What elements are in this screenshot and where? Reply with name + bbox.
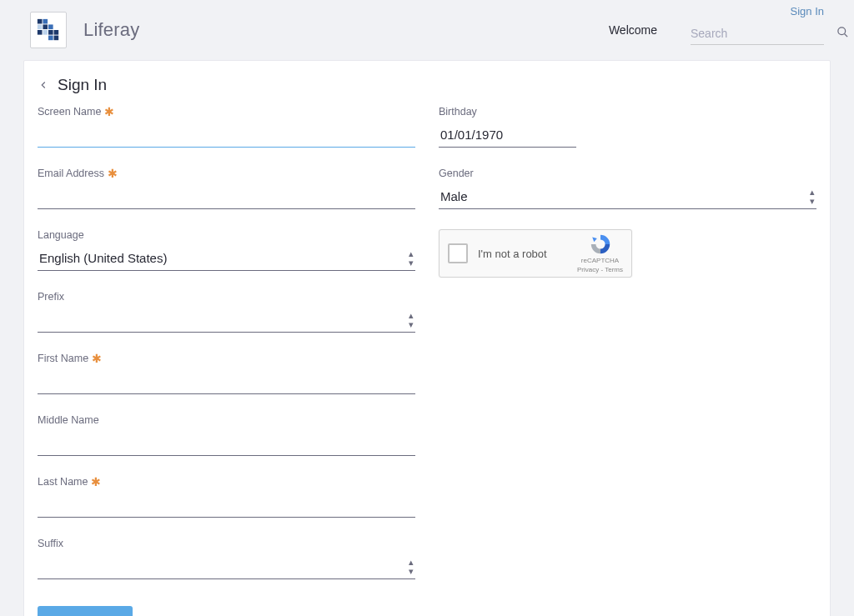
signin-card: Sign In Screen Name ✱ Email Address ✱ La…: [23, 60, 831, 616]
first-name-label: First Name ✱: [38, 353, 415, 364]
suffix-select[interactable]: [38, 554, 415, 579]
email-input[interactable]: [38, 184, 415, 209]
header-right: Welcome: [609, 16, 824, 45]
recaptcha-terms[interactable]: Privacy - Terms: [577, 266, 623, 274]
email-label: Email Address ✱: [38, 168, 415, 179]
svg-rect-0: [38, 19, 43, 24]
recaptcha-box: I'm not a robot reCAPTCHA Privacy - Term…: [439, 229, 632, 278]
search-icon[interactable]: [836, 26, 849, 41]
recaptcha-icon: [589, 233, 612, 256]
first-name-input[interactable]: [38, 369, 415, 394]
middle-name-group: Middle Name: [38, 414, 415, 456]
screen-name-input[interactable]: [38, 123, 415, 148]
save-button[interactable]: Save: [38, 606, 133, 616]
svg-marker-16: [592, 238, 597, 243]
svg-rect-7: [54, 30, 59, 35]
svg-rect-1: [43, 19, 48, 24]
label-text: Email Address: [38, 168, 104, 179]
birthday-group: Birthday: [439, 106, 576, 148]
search-container: [691, 26, 824, 45]
nav-welcome[interactable]: Welcome: [609, 23, 657, 37]
card-header: Sign In: [31, 76, 823, 94]
recaptcha-brand-label: reCAPTCHA: [581, 257, 619, 265]
birthday-input[interactable]: [439, 123, 576, 148]
required-star-icon: ✱: [91, 476, 101, 488]
required-star-icon: ✱: [108, 168, 118, 179]
suffix-group: Suffix ▴▾: [38, 538, 415, 579]
svg-rect-3: [43, 24, 48, 29]
gender-select[interactable]: [439, 184, 816, 209]
card-title: Sign In: [58, 76, 107, 94]
label-text: Screen Name: [38, 106, 101, 118]
top-signin-link[interactable]: Sign In: [791, 5, 824, 18]
screen-name-label: Screen Name ✱: [38, 106, 415, 118]
right-column: Birthday Gender ▴▾ I'm not a robot: [439, 106, 816, 616]
first-name-group: First Name ✱: [38, 353, 415, 394]
svg-rect-4: [48, 24, 53, 29]
brand-logo[interactable]: [30, 12, 67, 48]
screen-name-group: Screen Name ✱: [38, 106, 415, 148]
svg-line-12: [845, 33, 847, 36]
language-select[interactable]: [38, 246, 415, 271]
required-star-icon: ✱: [92, 353, 102, 364]
page-header: Sign In Liferay Welcome: [0, 0, 854, 60]
svg-rect-9: [54, 36, 59, 41]
suffix-label: Suffix: [38, 538, 415, 549]
svg-rect-6: [48, 30, 53, 35]
svg-rect-8: [48, 36, 53, 41]
birthday-label: Birthday: [439, 106, 576, 118]
label-text: Last Name: [38, 476, 88, 488]
form-columns: Screen Name ✱ Email Address ✱ Language ▴…: [31, 106, 823, 616]
svg-point-11: [838, 27, 846, 34]
gender-label: Gender: [439, 168, 816, 179]
email-group: Email Address ✱: [38, 168, 415, 209]
recaptcha-brand: reCAPTCHA Privacy - Terms: [577, 233, 623, 274]
language-group: Language ▴▾: [38, 229, 415, 271]
left-column: Screen Name ✱ Email Address ✱ Language ▴…: [38, 106, 415, 616]
language-label: Language: [38, 229, 415, 241]
liferay-logo-icon: [36, 18, 61, 43]
svg-rect-5: [43, 30, 48, 35]
brand-name: Liferay: [83, 19, 139, 41]
middle-name-label: Middle Name: [38, 414, 415, 426]
svg-rect-2: [38, 24, 43, 29]
label-text: First Name: [38, 353, 88, 364]
gender-group: Gender ▴▾: [439, 168, 816, 209]
middle-name-input[interactable]: [38, 431, 415, 456]
recaptcha-text: I'm not a robot: [478, 248, 577, 260]
svg-rect-10: [38, 30, 43, 35]
last-name-label: Last Name ✱: [38, 476, 415, 488]
prefix-select[interactable]: [38, 308, 415, 333]
prefix-group: Prefix ▴▾: [38, 291, 415, 333]
prefix-label: Prefix: [38, 291, 415, 303]
last-name-group: Last Name ✱: [38, 476, 415, 518]
last-name-input[interactable]: [38, 493, 415, 518]
search-input[interactable]: [691, 27, 836, 40]
back-chevron-icon[interactable]: [38, 79, 49, 91]
required-star-icon: ✱: [104, 106, 114, 118]
recaptcha-checkbox[interactable]: [448, 243, 468, 263]
